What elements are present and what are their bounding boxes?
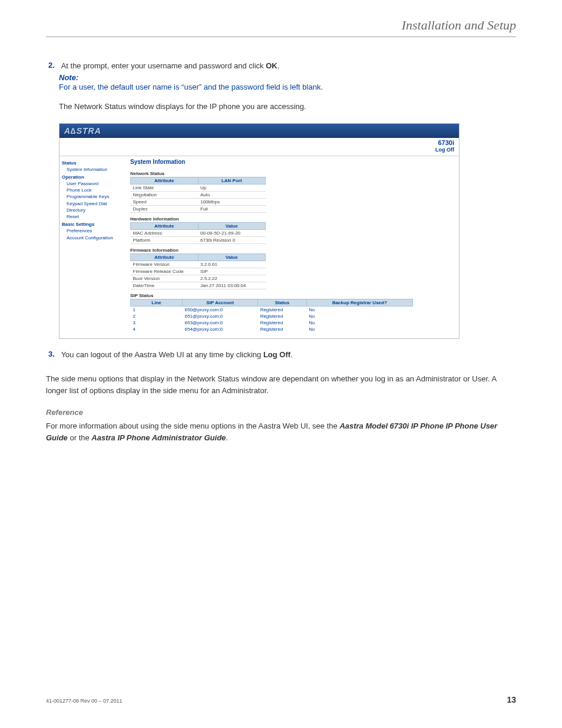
- sidebar-item-system-information[interactable]: System Information: [67, 166, 128, 173]
- page-footer: 41-001277-06 Rev 00 – 07.2011 13: [46, 695, 516, 704]
- th: Attribute: [131, 177, 199, 184]
- section-firmware-info: Firmware Information: [130, 248, 455, 253]
- section-sip-status: SIP Status: [130, 293, 455, 298]
- step-2-text-post: .: [277, 61, 280, 70]
- step-2-note-body: For a user, the default user name is “us…: [59, 82, 516, 93]
- table-row: Firmware Version3.2.0.61: [131, 261, 266, 268]
- table-network-status: AttributeLAN Port Link StateUp Negotiati…: [130, 177, 266, 213]
- table-row: Link StateUp: [131, 184, 266, 191]
- sidebar-group-operation: Operation: [62, 174, 128, 180]
- section-network-status: Network Status: [130, 171, 455, 176]
- sidebar-item-keypad-speed-dial[interactable]: Keypad Speed Dial: [67, 200, 128, 207]
- reference-post: .: [226, 433, 228, 442]
- sidebar-item-reset[interactable]: Reset: [67, 213, 128, 220]
- step-3-text-post: .: [290, 350, 293, 359]
- sidebar-item-preferences[interactable]: Preferences: [67, 228, 128, 234]
- th: Status: [258, 299, 307, 306]
- reference-pre: For more information about using the sid…: [46, 421, 339, 430]
- sidebar-item-directory[interactable]: Directory: [67, 207, 128, 213]
- logoff-link[interactable]: Log Off: [59, 147, 454, 153]
- th: Backup Registrar Used?: [306, 299, 412, 306]
- step-2-text-bold: OK: [266, 61, 277, 70]
- step-3: 3. You can logout of the Aastra Web UI a…: [48, 350, 516, 361]
- header-rule: [46, 37, 516, 37]
- sidebar-group-status: Status: [62, 160, 128, 166]
- table-firmware-info: AttributeValue Firmware Version3.2.0.61 …: [130, 253, 266, 289]
- th: Attribute: [131, 253, 199, 261]
- th: Attribute: [131, 222, 199, 229]
- table-row: 4654@proxy.com:0RegisteredNo: [131, 326, 413, 332]
- reference-body: For more information about using the sid…: [46, 420, 516, 443]
- table-row: Speed100Mbps: [131, 198, 266, 205]
- reference-heading: Reference: [46, 408, 516, 417]
- th: Value: [198, 222, 266, 229]
- web-ui-window: A∆STRA 6730i Log Off Status System Infor…: [59, 123, 459, 339]
- table-row: Firmware Release CodeSIP: [131, 268, 266, 275]
- table-sip-status: Line SIP Account Status Backup Registrar…: [130, 299, 413, 332]
- window-header-right: 6730i Log Off: [59, 138, 459, 156]
- table-row: MAC Address:00-08-5D-21-99-20: [131, 229, 266, 236]
- table-row: Boot Version2.5.2.22: [131, 275, 266, 282]
- sidebar-item-user-password[interactable]: User Password: [67, 180, 128, 187]
- step-3-text-pre: You can logout of the Aastra Web UI at a…: [61, 350, 263, 359]
- table-hardware-info: AttributeValue MAC Address:00-08-5D-21-9…: [130, 222, 266, 244]
- step-2-number: 2.: [48, 61, 59, 70]
- page-header-title: Installation and Setup: [46, 18, 516, 33]
- footer-doc-id: 41-001277-06 Rev 00 – 07.2011: [46, 698, 123, 704]
- th: LAN Port: [198, 177, 266, 184]
- step-2-after: The Network Status window displays for t…: [59, 101, 516, 113]
- main-panel: System Information Network Status Attrib…: [130, 156, 459, 338]
- table-row: Platform6730i Revision 0: [131, 236, 266, 243]
- step-2-text-pre: At the prompt, enter your username and p…: [61, 61, 266, 70]
- reference-mid: or the: [68, 433, 91, 442]
- main-title: System Information: [130, 159, 455, 165]
- sidebar-item-account-configuration[interactable]: Account Configuration: [67, 235, 128, 241]
- th: SIP Account: [183, 299, 258, 306]
- sidebar-item-phone-lock[interactable]: Phone Lock: [67, 187, 128, 193]
- section-hardware-info: Hardware Information: [130, 216, 455, 222]
- model-label: 6730i: [59, 139, 454, 147]
- table-row: 1650@proxy.com:0RegisteredNo: [131, 306, 413, 313]
- window-titlebar: A∆STRA: [59, 124, 459, 138]
- sidebar-group-basic-settings: Basic Settings: [62, 221, 128, 228]
- table-row: Date/TimeJan 27 2011 03:00:04: [131, 282, 266, 289]
- step-2-body: At the prompt, enter your username and p…: [61, 61, 509, 72]
- sidebar: Status System Information Operation User…: [59, 156, 130, 338]
- th: Line: [131, 299, 183, 306]
- reference-bold-2: Aastra IP Phone Administrator Guide: [91, 433, 226, 442]
- sidebar-item-programmable-keys[interactable]: Programmable Keys: [67, 193, 128, 200]
- table-row: 2651@proxy.com:0RegisteredNo: [131, 313, 413, 319]
- table-row: DuplexFull: [131, 205, 266, 212]
- step-2-note-label: Note:: [59, 73, 516, 82]
- step-3-text-bold: Log Off: [263, 350, 290, 359]
- footer-page-number: 13: [507, 695, 516, 704]
- table-row: NegotiationAuto: [131, 191, 266, 198]
- step-3-number: 3.: [48, 350, 59, 358]
- main-paragraph: The side menu options that display in th…: [46, 373, 516, 396]
- step-3-body: You can logout of the Aastra Web UI at a…: [61, 350, 509, 361]
- th: Value: [198, 253, 266, 261]
- step-2: 2. At the prompt, enter your username an…: [48, 61, 516, 339]
- brand-logo: A∆STRA: [64, 126, 101, 136]
- table-row: 3653@proxy.com:0RegisteredNo: [131, 319, 413, 326]
